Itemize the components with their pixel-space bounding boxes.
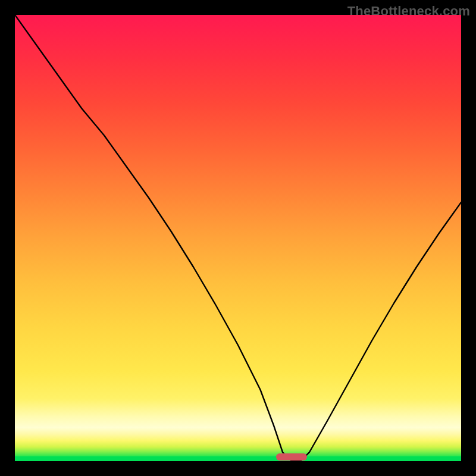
plot-area [15,15,461,461]
optimal-marker-pill [276,453,308,461]
bottleneck-curve [15,15,461,461]
chart-frame: TheBottleneck.com [0,0,476,476]
